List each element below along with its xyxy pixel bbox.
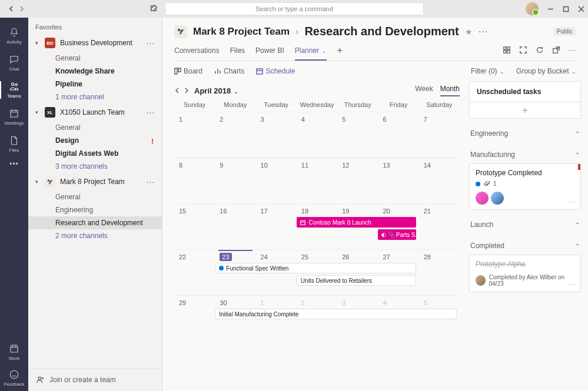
breadcrumb-team[interactable]: Mark 8 Project Team xyxy=(193,26,290,38)
favorite-star-icon[interactable]: ★ xyxy=(465,27,473,36)
bucket-engineering[interactable]: Engineering⌃ xyxy=(469,127,581,140)
window-close-button[interactable] xyxy=(577,5,584,12)
expand-icon[interactable] xyxy=(519,46,527,56)
channel-item[interactable]: 2 more channels xyxy=(28,229,162,242)
channel-item[interactable]: Digital Assets Web xyxy=(28,147,162,160)
calendar-cell[interactable]: 21 xyxy=(419,204,460,249)
channel-item[interactable]: Research and Development xyxy=(28,216,162,229)
team-menu-button[interactable]: ··· xyxy=(146,110,155,115)
range-week-button[interactable]: Week xyxy=(415,85,433,96)
calendar-cell[interactable]: 13 xyxy=(378,158,418,203)
team-row[interactable]: ▾ BD Business Development ··· xyxy=(28,34,162,52)
rail-files[interactable]: Files xyxy=(0,131,28,158)
calendar-cell[interactable]: 29 xyxy=(174,296,215,341)
calendar-cell[interactable]: 2 xyxy=(215,112,255,158)
event-bar[interactable]: Units Delivered to Retailers xyxy=(297,275,416,286)
tab-more-icon[interactable]: ··· xyxy=(569,46,576,56)
compose-icon[interactable] xyxy=(150,4,158,15)
view-schedule-button[interactable]: Schedule xyxy=(256,67,295,75)
search-input[interactable]: Search or type a command xyxy=(165,2,424,15)
calendar-cell[interactable]: 17 xyxy=(256,204,297,249)
calendar-cell[interactable]: 4 xyxy=(297,112,337,158)
calendar-cell[interactable]: 8 xyxy=(174,158,215,203)
channel-item[interactable]: General xyxy=(28,191,162,203)
groupby-dropdown[interactable]: Group by Bucket ⌄ xyxy=(516,67,576,75)
add-task-button[interactable]: + xyxy=(469,102,581,119)
bucket-launch[interactable]: Launch⌃ xyxy=(469,218,581,231)
window-minimize-button[interactable] xyxy=(547,5,554,12)
team-icon: 🦅 xyxy=(45,176,55,187)
user-avatar[interactable] xyxy=(526,2,539,15)
status-dot-icon xyxy=(476,182,480,186)
join-create-team-button[interactable]: Join or create a team xyxy=(28,368,162,391)
event-bar[interactable]: Functional Spec Written xyxy=(215,263,416,273)
filter-dropdown[interactable]: Filter (0) ⌄ xyxy=(471,67,504,75)
channel-item[interactable]: 1 more channel xyxy=(28,91,162,103)
refresh-icon[interactable] xyxy=(536,46,544,56)
rail-chat[interactable]: Chat xyxy=(0,49,28,76)
channel-item[interactable]: General xyxy=(28,121,162,134)
tab-settings-icon[interactable] xyxy=(503,46,511,56)
channel-item[interactable]: Knowledge Share xyxy=(28,65,162,78)
team-row[interactable]: ▾ XL X1050 Launch Team ··· xyxy=(28,103,162,121)
tab-powerbi[interactable]: Power BI xyxy=(255,46,284,59)
rail-store[interactable]: Store xyxy=(0,339,28,365)
svg-rect-12 xyxy=(178,68,181,72)
channel-item[interactable]: Design! xyxy=(28,134,162,147)
event-bar[interactable]: Initial Manufacturing Complete xyxy=(215,309,457,319)
tab-conversations[interactable]: Conversations xyxy=(174,46,220,59)
range-month-button[interactable]: Month xyxy=(440,85,460,96)
task-card[interactable]: Prototype Completed 1 ··· xyxy=(469,163,581,210)
calendar-cell[interactable]: 22 xyxy=(174,250,215,295)
calendar-cell[interactable]: 11 xyxy=(297,158,337,203)
nav-forward-button[interactable] xyxy=(18,5,26,13)
rail-label: Activity xyxy=(6,39,21,45)
rail-more-button[interactable]: ••• xyxy=(9,160,19,168)
add-tab-button[interactable]: + xyxy=(337,45,343,61)
status-dot-icon xyxy=(219,266,224,270)
calendar-cell[interactable]: 12 xyxy=(337,158,378,203)
calendar-cell[interactable]: 28 xyxy=(419,250,460,295)
rail-meetings[interactable]: Meetings xyxy=(0,103,28,131)
rail-activity[interactable]: Activity xyxy=(0,22,28,49)
calendar-cell[interactable]: 15 xyxy=(174,204,215,249)
popout-icon[interactable] xyxy=(552,46,560,56)
channel-item[interactable]: Pipeline xyxy=(28,78,162,91)
view-charts-button[interactable]: Charts xyxy=(214,67,244,75)
rail-feedback[interactable]: Feedback xyxy=(0,365,28,391)
calendar-cell[interactable]: 6 xyxy=(378,112,418,158)
nav-back-button[interactable] xyxy=(7,5,15,13)
task-card-completed[interactable]: Prototype Alpha ··· Completed by Alex Wi… xyxy=(469,255,581,292)
team-menu-button[interactable]: ··· xyxy=(146,41,155,45)
channel-item[interactable]: Engineering xyxy=(28,203,162,216)
tab-planner[interactable]: Planner ⌄ xyxy=(295,46,327,61)
bucket-completed[interactable]: Completed⌃ xyxy=(469,239,581,252)
bucket-manufacturing[interactable]: Manufacturing⌃ xyxy=(469,148,581,161)
calendar-cell[interactable]: 16 xyxy=(215,204,255,249)
rail-teams[interactable]: Teams xyxy=(0,76,28,103)
calendar-cell[interactable]: 3 xyxy=(256,112,297,158)
calendar-cell[interactable]: 5 xyxy=(337,112,378,158)
cal-next-button[interactable] xyxy=(184,85,190,96)
card-menu-button[interactable]: ··· xyxy=(568,198,576,206)
channel-menu-button[interactable]: ··· xyxy=(479,26,488,37)
calendar-cell[interactable]: 14 xyxy=(419,158,460,203)
calendar-cell[interactable]: 1 xyxy=(174,112,215,158)
team-menu-button[interactable]: ··· xyxy=(146,179,155,184)
cal-prev-button[interactable] xyxy=(174,85,180,96)
channel-item[interactable]: 3 more channels xyxy=(28,160,162,173)
card-menu-button[interactable]: ··· xyxy=(568,280,576,288)
window-maximize-button[interactable] xyxy=(562,5,569,12)
event-bar[interactable]: ◐ 📎 Parts S... xyxy=(378,229,416,240)
channel-item[interactable]: General xyxy=(28,52,162,65)
bell-icon xyxy=(9,27,19,38)
event-bar[interactable]: Contoso Mark 8 Launch xyxy=(297,217,416,228)
calendar-cell[interactable]: 9 xyxy=(215,158,255,203)
svg-rect-11 xyxy=(175,68,177,74)
calendar-cell[interactable]: 10 xyxy=(256,158,297,203)
tab-files[interactable]: Files xyxy=(230,46,245,59)
cal-month-picker[interactable]: April 2018 ⌄ xyxy=(194,86,238,95)
calendar-cell[interactable]: 7 xyxy=(419,112,460,158)
view-board-button[interactable]: Board xyxy=(174,67,202,75)
team-row[interactable]: ▾ 🦅 Mark 8 Project Team ··· xyxy=(28,173,162,191)
